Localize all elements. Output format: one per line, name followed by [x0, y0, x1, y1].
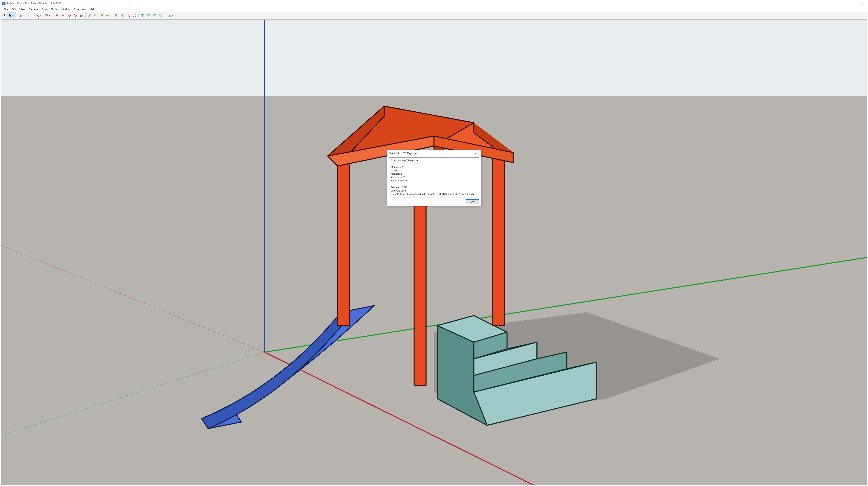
close-icon: ✕: [475, 152, 477, 155]
text-tool-icon[interactable]: A1: [93, 12, 98, 18]
app-icon: [2, 2, 5, 5]
svg-rect-19: [1, 20, 867, 96]
minimize-button[interactable]: —: [838, 0, 848, 7]
svg-line-13: [129, 16, 130, 17]
window-controls: — □ ✕: [838, 0, 868, 7]
titlebar[interactable]: 1-Quick Start - Final Park - SketchUp Pr…: [0, 0, 868, 7]
zoom-extents-tool-icon[interactable]: [131, 12, 137, 18]
rotate-tool-icon[interactable]: [72, 12, 78, 18]
svg-point-17: [169, 14, 170, 15]
zoom-tool-icon[interactable]: [125, 12, 131, 18]
user-icon[interactable]: ▼: [166, 12, 175, 18]
export-header: Sketchup to glTF exporter: [391, 159, 477, 162]
chevron-down-icon: ▼: [172, 15, 174, 16]
toolbar-separator: [85, 13, 86, 18]
close-button[interactable]: ✕: [858, 0, 868, 7]
export-accessors: Accessors: 7: [391, 176, 477, 179]
export-meshes: Meshes: 1: [391, 172, 477, 175]
svg-text:A1: A1: [95, 14, 97, 16]
svg-point-16: [161, 16, 162, 17]
svg-point-12: [127, 14, 129, 16]
toolbar-separator: [165, 13, 165, 18]
svg-rect-2: [45, 15, 48, 16]
scroll-down-icon[interactable]: ˅: [476, 194, 478, 197]
scroll-up-icon[interactable]: ˄: [476, 158, 478, 161]
app-window: 1-Quick Start - Final Park - SketchUp Pr…: [0, 0, 868, 486]
dialog-titlebar[interactable]: SketchUp glTF Exporter ✕: [387, 150, 481, 156]
scene-canvas: [1, 20, 867, 485]
walk-tool-icon[interactable]: [119, 12, 125, 18]
svg-rect-26: [338, 153, 350, 325]
dialog-footer: OK: [387, 198, 481, 206]
svg-rect-3: [80, 15, 82, 17]
svg-point-18: [170, 16, 171, 17]
warehouse-icon[interactable]: [140, 12, 145, 18]
extension-warehouse-icon[interactable]: [146, 12, 151, 18]
window-title: 1-Quick Start - Final Park - SketchUp Pr…: [7, 2, 61, 5]
offset-tool-icon[interactable]: [60, 12, 66, 18]
pan-tool-icon[interactable]: [113, 12, 119, 18]
gltf-exporter-dialog: SketchUp glTF Exporter ✕ ˄ Sketchup to g…: [387, 150, 481, 206]
toolbar-separator: [138, 13, 138, 18]
menu-tools[interactable]: Tools: [50, 7, 59, 11]
menu-extensions[interactable]: Extensions: [72, 7, 88, 11]
arc-tool-icon[interactable]: ▼: [34, 12, 42, 18]
dialog-close-button[interactable]: ✕: [472, 151, 479, 155]
export-vertices: vertices: 1648: [391, 189, 477, 192]
svg-rect-28: [492, 153, 504, 325]
paint-bucket-tool-icon[interactable]: [99, 12, 104, 18]
menu-view[interactable]: View: [18, 7, 27, 11]
menu-window[interactable]: Window: [59, 7, 72, 11]
dialog-body: ˄ Sketchup to glTF exporter Materials: 5…: [389, 157, 479, 197]
menu-draw[interactable]: Draw: [40, 7, 50, 11]
search-icon[interactable]: [1, 12, 7, 18]
svg-line-1: [4, 16, 5, 17]
orbit-tool-icon[interactable]: [105, 12, 111, 18]
dialog-title: SketchUp glTF Exporter: [389, 152, 417, 155]
export-materials: Materials: 5: [391, 166, 477, 169]
select-tool-icon[interactable]: ▼: [7, 12, 16, 18]
menu-file[interactable]: File: [2, 7, 10, 11]
export-nodes: Nodes: 1: [391, 169, 477, 172]
rectangle-tool-icon[interactable]: ▼: [43, 12, 52, 18]
export-triangles: Triangles: 1726: [391, 186, 477, 189]
svg-point-9: [107, 15, 108, 16]
export-path: Path: C:\Users\bram_\Desktop\Fectar\Sket…: [391, 193, 477, 196]
toolbar-separator: [112, 13, 112, 18]
menu-edit[interactable]: Edit: [10, 7, 18, 11]
eraser-tool-icon[interactable]: [19, 12, 24, 18]
ok-button[interactable]: OK: [466, 200, 479, 204]
pushpull-tool-icon[interactable]: [54, 12, 60, 18]
tape-measure-tool-icon[interactable]: [87, 12, 92, 18]
viewport-3d[interactable]: SketchUp glTF Exporter ✕ ˄ Sketchup to g…: [1, 20, 867, 485]
export-bufferviews: Buffer Views: 3: [391, 179, 477, 182]
chevron-down-icon: ▼: [30, 15, 32, 16]
move-tool-icon[interactable]: [66, 12, 72, 18]
menu-camera[interactable]: Camera: [27, 7, 40, 11]
svg-point-5: [88, 16, 89, 17]
menu-help[interactable]: Help: [88, 7, 97, 11]
svg-point-0: [3, 14, 5, 16]
scale-tool-icon[interactable]: [79, 12, 84, 18]
layers-icon[interactable]: [152, 12, 158, 18]
svg-point-8: [103, 16, 103, 17]
chevron-down-icon: ▼: [40, 15, 41, 16]
menubar: File Edit View Camera Draw Tools Window …: [0, 7, 868, 11]
toolbar-separator: [176, 13, 176, 18]
chevron-down-icon: ▼: [49, 15, 50, 16]
toolbar: ▼ ▼ ▼ ▼: [0, 11, 868, 19]
maximize-button[interactable]: □: [848, 0, 858, 7]
line-tool-icon[interactable]: ▼: [25, 12, 33, 18]
outliner-icon[interactable]: [158, 12, 164, 18]
svg-point-14: [134, 15, 135, 16]
chevron-down-icon: ▼: [13, 15, 15, 16]
